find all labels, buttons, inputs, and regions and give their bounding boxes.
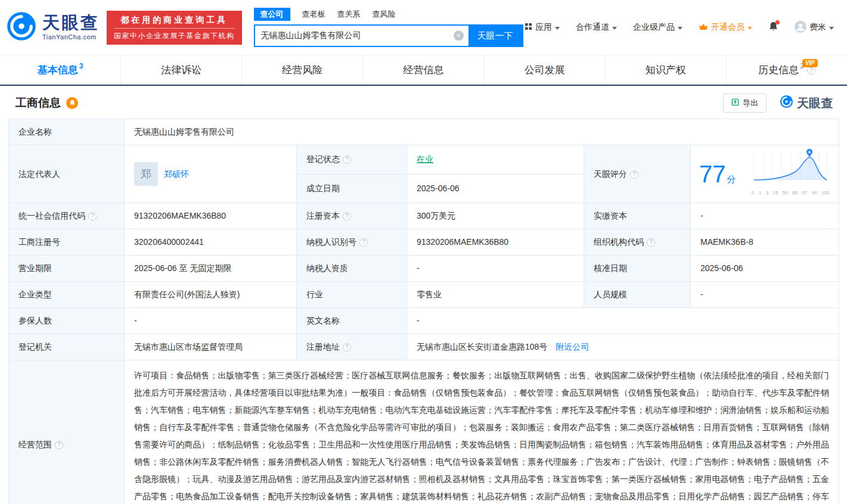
- search-tab-relation[interactable]: 查关系: [337, 9, 361, 20]
- notifications-bell[interactable]: [768, 21, 778, 34]
- tianyancha-logo[interactable]: 天眼查 TianYanCha.com: [6, 11, 100, 44]
- user-avatar-icon: [795, 21, 806, 35]
- nearby-companies-link[interactable]: 附近公司: [556, 342, 589, 351]
- field-value-reg-authority: 无锡市惠山区市场监督管理局: [125, 334, 297, 360]
- field-label-establish-date: 成立日期: [297, 174, 407, 203]
- tab-basic-info[interactable]: 基本信息 3: [0, 55, 120, 85]
- search-input[interactable]: [255, 26, 469, 46]
- field-value-company-name: 无锡惠山山姆零售有限公司: [125, 119, 839, 145]
- section-header: 工商信息 导出 天眼查: [0, 86, 847, 119]
- field-label-company-name: 企业名称: [9, 119, 125, 145]
- subscribe-bell-icon[interactable]: [66, 97, 78, 109]
- help-icon[interactable]: ?: [343, 155, 351, 164]
- tab-intellectual-property[interactable]: 知识产权: [605, 55, 726, 85]
- score-chart: 01 315 5085 9799 100: [752, 149, 830, 199]
- tab-company-development[interactable]: 公司发展: [484, 55, 605, 85]
- field-value-business-term: 2025-06-06 至 无固定期限: [125, 256, 297, 282]
- field-value-staff-size: -: [691, 282, 839, 308]
- business-scope-text: 许可项目：食品销售；出版物零售；第三类医疗器械经营；医疗器械互联网信息服务；餐饮…: [134, 367, 829, 504]
- field-value-paid-capital: -: [691, 203, 839, 229]
- company-detail-tabs: 基本信息 3 法律诉讼 经营风险 经营信息 公司发展 知识产权 VIP 历史信息…: [0, 55, 847, 86]
- field-value-legal-rep: 郑 郑硕怀: [125, 145, 297, 203]
- table-row: 经营范围? 许可项目：食品销售；出版物零售；第三类医疗器械经营；医疗器械互联网信…: [9, 360, 839, 504]
- nav-vip-upgrade[interactable]: 开通会员: [699, 22, 752, 33]
- help-icon[interactable]: ?: [343, 212, 351, 220]
- clear-search-icon[interactable]: ×: [454, 31, 464, 41]
- field-value-org-code: MAEMK36B-8: [691, 229, 839, 256]
- chevron-down-icon: [678, 27, 682, 30]
- export-label: 导出: [743, 98, 758, 108]
- help-icon[interactable]: ?: [359, 238, 368, 247]
- nav-apps[interactable]: 应用: [525, 22, 560, 33]
- field-value-business-scope: 许可项目：食品销售；出版物零售；第三类医疗器械经营；医疗器械互联网信息服务；餐饮…: [125, 360, 839, 504]
- tab-basic-info-badge: 3: [79, 62, 83, 70]
- table-row: 企业名称 无锡惠山山姆零售有限公司: [9, 119, 839, 145]
- search-field: ×: [255, 26, 469, 46]
- tab-legal-litigation-label: 法律诉讼: [161, 63, 201, 77]
- tab-operating-risk[interactable]: 经营风险: [241, 55, 362, 85]
- legal-rep-name[interactable]: 郑硕怀: [164, 168, 189, 181]
- search-button[interactable]: 天眼一下: [469, 26, 522, 46]
- tab-business-info[interactable]: 经营信息: [362, 55, 483, 85]
- legal-rep-link[interactable]: 郑 郑硕怀: [134, 162, 287, 186]
- tab-company-development-label: 公司发展: [525, 63, 565, 77]
- export-button[interactable]: 导出: [723, 94, 767, 113]
- field-label-taxpayer-quality: 纳税人资质: [297, 256, 407, 282]
- watermark-brand-label: 天眼查: [797, 95, 833, 111]
- search-box: × 天眼一下: [254, 24, 523, 47]
- search-tabs: 查公司 查老板 查关系 查风险: [254, 8, 523, 21]
- tianyancha-watermark-icon: [780, 95, 793, 111]
- score-value[interactable]: 77分: [699, 162, 736, 186]
- table-row: 登记机关 无锡市惠山区市场监督管理局 注册地址? 无锡市惠山区长安街道金惠路10…: [9, 334, 839, 360]
- top-header: 天眼查 TianYanCha.com 都在用的商业查询工具 国家中小企业发展子基…: [0, 0, 847, 55]
- search-tab-risk[interactable]: 查风险: [373, 9, 396, 20]
- export-icon: [731, 98, 739, 108]
- field-value-reg-number: 320206400002441: [125, 229, 297, 256]
- tianyancha-logo-icon: [6, 11, 37, 44]
- section-actions: 导出 天眼查: [723, 94, 833, 113]
- table-row: 工商注册号 320206400002441 纳税人识别号? 91320206MA…: [9, 229, 839, 256]
- field-label-paid-capital: 实缴资本: [584, 203, 691, 229]
- field-label-score: 天眼评分?: [584, 145, 691, 203]
- help-icon[interactable]: ?: [55, 441, 63, 449]
- nav-user-account[interactable]: 费米: [795, 21, 834, 35]
- search-tab-boss[interactable]: 查老板: [302, 9, 325, 20]
- status-badge[interactable]: 在业: [417, 154, 433, 164]
- field-value-english-name: -: [407, 308, 839, 334]
- watermark-brand: 天眼查: [780, 95, 833, 111]
- field-value-insured-count: -: [125, 308, 297, 334]
- field-value-score: 77分: [691, 145, 839, 203]
- tab-legal-litigation[interactable]: 法律诉讼: [120, 55, 241, 85]
- field-label-insured-count: 参保人数: [9, 308, 125, 334]
- help-icon[interactable]: ?: [88, 212, 97, 220]
- chevron-down-icon: [555, 27, 560, 30]
- field-label-reg-authority: 登记机关: [9, 334, 125, 360]
- avatar: 郑: [134, 162, 158, 186]
- nav-enterprise[interactable]: 企业级产品: [633, 22, 682, 33]
- tab-history-info-badge: 2: [800, 62, 804, 70]
- field-label-taxpayer-id: 纳税人识别号?: [297, 229, 407, 256]
- tab-history-info[interactable]: VIP 历史信息 2 ?: [726, 55, 847, 85]
- field-label-reg-address: 注册地址?: [297, 334, 407, 360]
- nav-cooperation[interactable]: 合作通道: [576, 22, 617, 33]
- nav-enterprise-label: 企业级产品: [633, 22, 675, 33]
- search-tab-company[interactable]: 查公司: [254, 8, 290, 21]
- field-value-credit-code: 91320206MAEMK36B80: [125, 203, 297, 229]
- section-title: 工商信息: [15, 95, 61, 111]
- field-label-legal-rep: 法定代表人: [9, 145, 125, 203]
- help-icon[interactable]: ?: [343, 343, 351, 351]
- field-value-reg-address: 无锡市惠山区长安街道金惠路108号附近公司: [407, 334, 839, 360]
- tab-business-info-label: 经营信息: [403, 63, 443, 77]
- field-label-reg-number: 工商注册号: [9, 229, 125, 256]
- apps-grid-icon: [525, 23, 532, 32]
- table-row: 营业期限 2025-06-06 至 无固定期限 纳税人资质 - 核准日期 202…: [9, 256, 839, 282]
- field-value-taxpayer-quality: -: [407, 256, 584, 282]
- field-value-company-type: 有限责任公司(外国法人独资): [125, 282, 297, 308]
- logo-title: 天眼查: [42, 14, 100, 32]
- tab-basic-info-label: 基本信息: [38, 63, 78, 77]
- table-row: 统一社会信用代码? 91320206MAEMK36B80 注册资本? 300万美…: [9, 203, 839, 229]
- field-value-reg-status: 在业: [407, 145, 584, 175]
- help-icon[interactable]: ?: [647, 238, 655, 247]
- help-icon[interactable]: ?: [630, 170, 638, 179]
- field-label-approval-date: 核准日期: [584, 256, 691, 282]
